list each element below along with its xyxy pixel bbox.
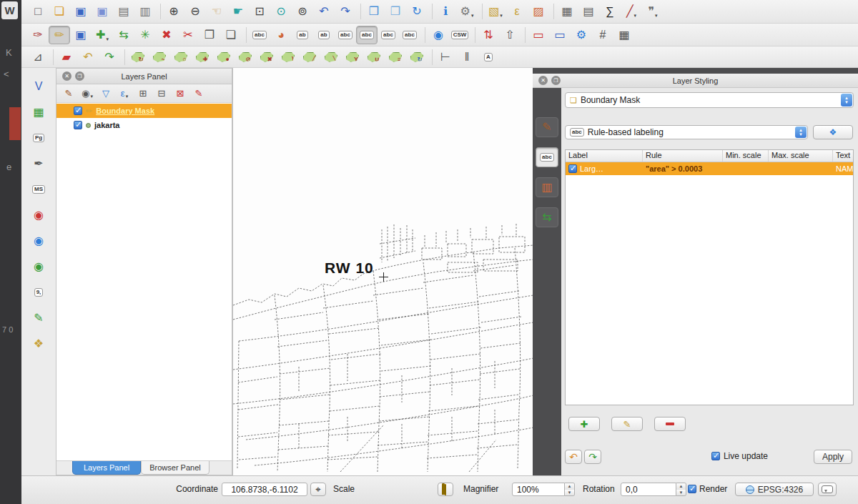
enable-advanced-digitizing-button[interactable]: ▰ xyxy=(56,48,77,66)
measure-button[interactable]: ╱▾ xyxy=(621,2,642,21)
apply-button[interactable]: Apply xyxy=(814,450,852,464)
layer-styling-float-icon[interactable] xyxy=(551,76,561,85)
save-project-button[interactable]: ▣ xyxy=(70,2,92,21)
labeling-mode-combo[interactable]: abc Rule-based labeling xyxy=(565,125,808,139)
offset-curve-button[interactable]: ) xyxy=(277,48,299,66)
undo-style-button[interactable]: ↶ xyxy=(565,450,582,464)
measure-dropdown-icon[interactable]: ▾ xyxy=(634,13,637,21)
live-update-checkbox[interactable] xyxy=(711,452,720,460)
map-settings-button[interactable]: ⚙▾ xyxy=(456,2,478,21)
align-features-button[interactable]: ‖ xyxy=(456,48,478,66)
column-max-scale[interactable]: Max. scale xyxy=(769,150,833,162)
diagram-tab-button[interactable]: ▥ xyxy=(536,177,558,197)
collapse-all-button[interactable]: ⊟ xyxy=(152,86,171,102)
redo-edit-button[interactable]: ↷ xyxy=(99,48,120,66)
symbology-tab-button[interactable]: ✎ xyxy=(536,117,558,137)
combo-arrows-icon[interactable] xyxy=(795,127,807,138)
cad-tools-button[interactable]: ⊿ xyxy=(27,48,49,66)
metasearch-button[interactable]: ◉ xyxy=(428,26,449,44)
add-wfs-layer-button[interactable]: ◉ xyxy=(28,257,49,276)
move-feature-button[interactable]: ⇆ xyxy=(113,26,134,44)
combo-arrows-icon[interactable] xyxy=(841,94,852,107)
rotate-feature-button[interactable]: ↻ xyxy=(127,48,149,66)
add-rule-button[interactable]: ✚ xyxy=(568,417,600,431)
split-parts-button[interactable]: Y xyxy=(342,48,363,66)
stepper-arrows-icon[interactable]: ▲▼ xyxy=(676,483,686,496)
messages-button[interactable] xyxy=(818,483,837,496)
refresh-map-button[interactable]: ↻ xyxy=(406,2,428,21)
zoom-last-button[interactable]: ↶ xyxy=(313,2,335,21)
node-tool-button[interactable]: ✳ xyxy=(134,26,156,44)
add-part-button[interactable]: ✚ xyxy=(192,48,213,66)
add-raster-layer-button[interactable]: ▦ xyxy=(28,103,49,122)
grass-region-button[interactable]: ▭ xyxy=(528,26,549,44)
delete-part-button[interactable]: ✖ xyxy=(256,48,277,66)
toggle-editing-button[interactable]: ✏ xyxy=(49,26,70,44)
layer-row-jakarta[interactable]: jakarta xyxy=(56,118,232,132)
grid-tools-button[interactable]: # xyxy=(592,26,613,44)
rule-row[interactable]: Larg… "area" > 0.0003 NAM xyxy=(566,162,853,175)
rotation-spinner[interactable]: 0,0 ▲▼ xyxy=(621,483,686,496)
pan-map-button[interactable]: ☜ xyxy=(206,2,227,21)
new-print-composer-button[interactable]: ▤ xyxy=(113,2,134,21)
layer-selector-combo[interactable]: ❏ Boundary Mask xyxy=(565,92,854,108)
rotate-label-button[interactable]: abc xyxy=(356,26,378,44)
tab-browser-panel[interactable]: Browser Panel xyxy=(141,461,209,475)
layer-row-boundary-mask[interactable]: ✏ Boundary Mask xyxy=(56,104,232,118)
highlight-pinned-labels-button[interactable]: abc xyxy=(249,26,270,44)
merge-attributes-button[interactable]: ≡ xyxy=(385,48,406,66)
delete-ring-button[interactable]: ⊘ xyxy=(235,48,256,66)
open-project-button[interactable]: ❏ xyxy=(49,2,70,21)
identify-features-button[interactable]: ℹ xyxy=(435,2,456,21)
processing-toolbox-button[interactable]: ⚙ xyxy=(571,26,592,44)
pin-unpin-labels-button[interactable]: ab xyxy=(292,26,313,44)
open-html-table-button[interactable]: ▤ xyxy=(578,2,599,21)
add-grass-layer-button[interactable]: ❖ xyxy=(28,335,49,353)
new-shapefile-layer-button[interactable]: ✎ xyxy=(28,309,49,327)
add-feature-button[interactable]: ✚▾ xyxy=(92,26,113,44)
add-feature-dropdown-icon[interactable]: ▾ xyxy=(106,36,109,44)
map-tips-button[interactable]: ❞▾ xyxy=(642,2,664,21)
paste-features-button[interactable]: ❏ xyxy=(220,26,242,44)
automated-placement-button[interactable]: ❖ xyxy=(813,125,853,139)
cut-features-button[interactable]: ✂ xyxy=(177,26,199,44)
convert-to-offline-button[interactable]: ⇧ xyxy=(499,26,521,44)
magnifier-spinner[interactable]: 100% ▲▼ xyxy=(512,483,575,496)
zoom-full-button[interactable]: ⊡ xyxy=(249,2,270,21)
deselect-all-button[interactable]: ▨ xyxy=(528,2,549,21)
style-manager-button[interactable]: ◕ xyxy=(270,26,292,44)
render-checkbox[interactable] xyxy=(688,485,696,493)
map-settings-dropdown-icon[interactable]: ▾ xyxy=(471,13,474,21)
filter-legend-button[interactable]: ▽ xyxy=(97,86,115,102)
redo-style-button[interactable]: ↷ xyxy=(584,450,601,464)
layer-styling-close-icon[interactable] xyxy=(538,76,548,85)
column-rule[interactable]: Rule xyxy=(643,150,723,162)
map-canvas[interactable]: RW 10 xyxy=(232,68,533,475)
rule-checkbox[interactable] xyxy=(568,164,577,173)
map-tips-dropdown-icon[interactable]: ▾ xyxy=(655,13,658,21)
column-text[interactable]: Text xyxy=(833,150,853,162)
add-vector-layer-button[interactable]: V xyxy=(28,77,49,96)
undo-edit-button[interactable]: ↶ xyxy=(77,48,99,66)
raster-calculator-button[interactable]: ▦ xyxy=(613,26,635,44)
crs-button[interactable]: EPSG:4326 xyxy=(735,483,814,496)
save-project-as-button[interactable]: ▣ xyxy=(92,2,113,21)
split-features-button[interactable]: ╲ xyxy=(320,48,342,66)
dock-map-view-button[interactable]: ❒ xyxy=(385,2,406,21)
add-wms-layer-button[interactable]: ◉ xyxy=(28,232,49,250)
add-mssql-layer-button[interactable]: MS xyxy=(28,180,49,199)
edit-rule-button[interactable]: ✎ xyxy=(611,417,643,431)
change-label-properties-button[interactable]: A xyxy=(478,48,499,66)
layer-visibility-checkbox[interactable] xyxy=(74,121,82,129)
add-spatialite-layer-button[interactable]: ✒ xyxy=(28,154,49,173)
filter-legend-expression-dropdown-icon[interactable]: ▾ xyxy=(126,94,129,102)
add-ring-button[interactable]: ○ xyxy=(170,48,192,66)
reshape-features-button[interactable]: ╱ xyxy=(299,48,320,66)
layers-panel-float-icon[interactable] xyxy=(75,71,84,81)
add-delimited-text-layer-button[interactable]: 9, xyxy=(28,283,49,302)
label-properties-button[interactable]: abc xyxy=(399,26,420,44)
labels-tab-button[interactable]: abc xyxy=(536,147,558,167)
composer-manager-button[interactable]: ▥ xyxy=(134,2,156,21)
coordinate-input[interactable] xyxy=(222,483,307,496)
open-layer-styling-dock-button[interactable]: ✎ xyxy=(59,86,78,102)
